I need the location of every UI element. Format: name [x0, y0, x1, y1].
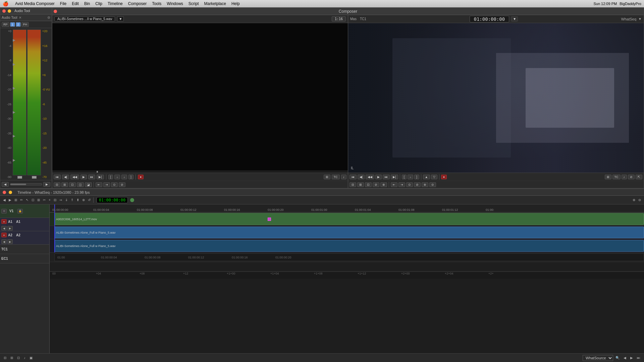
audio-tool-tab-close[interactable]: ✕: [19, 16, 21, 19]
tl-extract-btn[interactable]: ⬆: [75, 198, 80, 202]
timeline-min-btn[interactable]: [9, 191, 12, 194]
source-video-area[interactable]: [52, 23, 348, 171]
src-t3[interactable]: ⊡: [69, 182, 76, 187]
menu-bin[interactable]: Bin: [84, 1, 90, 6]
rec-t6[interactable]: ⇤: [391, 182, 397, 187]
src-t6[interactable]: ⇤: [96, 182, 102, 187]
timeline-play-indicator[interactable]: [130, 198, 134, 202]
audio-ch2-btn[interactable]: 2: [16, 22, 21, 27]
rec-tc-btn[interactable]: TC: [612, 175, 621, 179]
source-progress-thumb[interactable]: [97, 171, 98, 173]
record-dropdown-btn[interactable]: ▼: [511, 16, 518, 21]
meter-fader-left[interactable]: [17, 176, 22, 179]
src-t8[interactable]: ⊙: [111, 182, 118, 187]
tl-select-btn[interactable]: ↖: [25, 198, 30, 202]
tl-footer-btn3[interactable]: ⊡: [16, 356, 21, 360]
tl-add-edit-btn[interactable]: +: [48, 198, 52, 202]
source-filename[interactable]: ALIBI-Sometimes ...ll w Piano_5.wav: [54, 16, 115, 21]
tl-footer-end-btn[interactable]: ⏭: [636, 356, 641, 360]
menu-marketplace[interactable]: Marketplace: [204, 1, 226, 6]
menu-windows[interactable]: Windows: [167, 1, 183, 6]
tl-footer-audio-btn[interactable]: ♪: [23, 356, 26, 360]
composer-close-btn[interactable]: [54, 10, 57, 13]
rec-mark-in-btn[interactable]: [: [402, 175, 407, 179]
v1-lock-btn[interactable]: 🔒: [17, 209, 23, 214]
rec-play-fwd-btn[interactable]: ▶|: [391, 175, 398, 179]
src-t5[interactable]: ◪: [85, 182, 92, 187]
rec-goto-in-btn[interactable]: ⏮: [350, 175, 357, 179]
audio-tool-close-btn[interactable]: [2, 9, 6, 13]
audio-tool-tab-label[interactable]: Audio Tool: [2, 16, 17, 19]
meter-footer-btn2[interactable]: ▶: [43, 182, 50, 187]
menu-timeline[interactable]: Timeline: [108, 1, 123, 6]
menu-script[interactable]: Script: [189, 1, 199, 6]
src-clip-mode-btn[interactable]: ⊞: [324, 175, 330, 179]
src-play-fwd-btn[interactable]: ▶|: [97, 175, 104, 179]
audio-ph-btn[interactable]: PH: [21, 22, 29, 27]
rec-t11[interactable]: ⊝: [429, 182, 436, 187]
src-t7[interactable]: ⇥: [103, 182, 110, 187]
src-record-btn[interactable]: ●: [138, 175, 144, 179]
audio-tool-min-btn[interactable]: [8, 9, 11, 13]
a1-clip[interactable]: ALIBI-Sometimes Alone_Full w Piano_5.wav: [54, 227, 644, 238]
source-progress-bar[interactable]: [52, 171, 348, 173]
rec-mark-clip-btn[interactable]: ⬦: [408, 175, 413, 179]
timeline-close-btn[interactable]: [3, 191, 6, 194]
what-source-dropdown[interactable]: WhatSource: [583, 355, 613, 361]
tl-lift-btn[interactable]: ⇑: [70, 198, 74, 202]
rec-extract-btn[interactable]: ▽: [431, 175, 437, 179]
menu-help[interactable]: Help: [231, 1, 240, 6]
record-timecode-display[interactable]: 01:00:00:00: [470, 16, 509, 22]
rec-t2[interactable]: ⊞: [357, 182, 364, 187]
src-play-btn[interactable]: ▶: [80, 175, 87, 179]
rec-goto-out-btn[interactable]: ⏭: [383, 175, 390, 179]
tl-transition-btn[interactable]: ⊟: [53, 198, 57, 202]
a1-pan-right[interactable]: ▶: [7, 226, 13, 231]
rec-t5[interactable]: ⊗: [380, 182, 387, 187]
rec-step-back-btn[interactable]: ◀|: [358, 175, 365, 179]
a2-record-btn[interactable]: ●: [1, 233, 7, 237]
v1-sync-btn[interactable]: ⊙: [1, 209, 7, 214]
tl-footer-next-btn[interactable]: ▶: [629, 356, 634, 360]
rec-t3[interactable]: ⊡: [365, 182, 372, 187]
rec-clip-mode-btn[interactable]: ⊞: [605, 175, 611, 179]
rec-t9[interactable]: ⊘: [414, 182, 421, 187]
tl-footer-btn2[interactable]: ⊞: [9, 356, 14, 360]
tl-edit-btn[interactable]: ✏: [19, 198, 24, 202]
audio-ch1-btn[interactable]: 1: [10, 22, 15, 27]
src-tc-btn[interactable]: TC: [332, 175, 340, 179]
rec-t1[interactable]: ⊟: [350, 182, 356, 187]
rec-audio-btn[interactable]: ♪: [622, 175, 627, 179]
rec-lift-btn[interactable]: ▲: [423, 175, 430, 179]
tl-insert-btn[interactable]: ⇒: [58, 198, 63, 202]
rec-t8[interactable]: ⊙: [406, 182, 413, 187]
a2-pan-right[interactable]: ▶: [7, 239, 13, 244]
record-whatseq-dropdown[interactable]: ▼: [638, 17, 642, 21]
tl-overwrite-btn[interactable]: ⇓: [64, 198, 69, 202]
src-rew-btn[interactable]: ◀◀: [70, 175, 79, 179]
meter-fader-right[interactable]: [32, 176, 37, 179]
rec-t10[interactable]: ⊛: [422, 182, 428, 187]
tl-settings-btn[interactable]: ⊞: [13, 198, 18, 202]
tl-footer-video-btn[interactable]: ▣: [29, 356, 34, 360]
rec-sync-btn[interactable]: ⊘: [628, 175, 635, 179]
tl-footer-btn1[interactable]: ⊟: [3, 356, 7, 360]
a2-clip[interactable]: ALIBI-Sometimes Alone_Full w Piano_5.wav: [54, 240, 644, 252]
rec-play-btn[interactable]: ▶: [375, 175, 382, 179]
src-t4[interactable]: ◫: [77, 182, 84, 187]
a1-pan-left[interactable]: ◀: [1, 226, 7, 231]
tl-nav-right-btn[interactable]: ▶: [8, 198, 12, 202]
rec-rew-btn[interactable]: ◀◀: [366, 175, 374, 179]
a1-record-btn[interactable]: ●: [1, 219, 7, 224]
src-t2[interactable]: ⊞: [61, 182, 68, 187]
apple-menu[interactable]: 🍎: [3, 1, 8, 6]
audio-tool-settings-btn[interactable]: ⚙: [47, 16, 50, 19]
tl-segment-btn[interactable]: ⊞: [36, 198, 41, 202]
meter-volume-slider[interactable]: [10, 183, 42, 185]
menu-edit[interactable]: Edit: [72, 1, 79, 6]
src-overwrite-btn[interactable]: ⬦: [121, 175, 127, 179]
rec-t7[interactable]: ⇥: [398, 182, 405, 187]
tl-zoom-out-btn[interactable]: ⊖: [637, 198, 642, 202]
tl-razor-btn[interactable]: ✂: [42, 198, 47, 202]
menu-app-name[interactable]: Avid Media Composer: [15, 1, 55, 6]
